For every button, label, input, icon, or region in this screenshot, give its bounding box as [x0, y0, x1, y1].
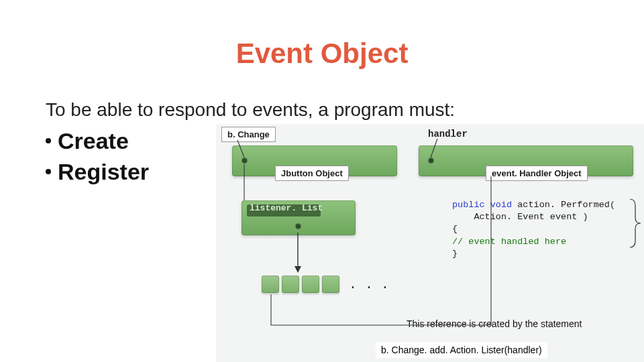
array-cell [282, 276, 299, 293]
event-handler-label-box: event. Handler Object [486, 166, 588, 181]
code-brace-open: { [452, 224, 458, 234]
socket-icon [241, 158, 248, 164]
bullet-dot-icon [46, 138, 51, 143]
bullet-dot-icon [46, 169, 51, 174]
listener-array [262, 276, 356, 296]
socket-icon [295, 223, 301, 229]
socket-icon [428, 158, 434, 164]
svg-marker-0 [294, 266, 301, 273]
jbutton-label-box: Jbutton Object [275, 166, 349, 181]
array-cell [322, 276, 339, 293]
code-block: public void action. Performed( Action. E… [452, 199, 615, 260]
code-brace-close: } [452, 249, 458, 259]
ellipsis: . . . [349, 277, 389, 292]
slide: Event Object To be able to respond to ev… [0, 0, 644, 362]
listener-list-label: listener. List [250, 203, 323, 213]
array-cell [302, 276, 319, 293]
event-diagram: b. Change handler Jbutton Object event. … [216, 124, 644, 362]
bullet-label: Create [58, 128, 129, 154]
bullet-list: Create Register [46, 126, 149, 188]
page-title: Event Object [0, 38, 644, 70]
bchange-label-box: b. Change [221, 127, 276, 142]
code-arg: Action. Event event ) [452, 212, 588, 222]
code-keyword: public void [452, 200, 512, 210]
footer-statement: b. Change. add. Action. Lister(handler) [376, 342, 547, 358]
array-cell [262, 276, 279, 293]
bullet-label: Register [58, 159, 149, 184]
code-method: action. Performed( [512, 200, 615, 210]
bullet-register: Register [46, 157, 149, 188]
handler-label: handler [428, 129, 468, 139]
reference-text: This reference is created by the stateme… [407, 318, 582, 329]
bullet-create: Create [46, 126, 149, 157]
code-comment: // event handled here [452, 237, 566, 247]
intro-text: To be able to respond to events, a progr… [46, 99, 455, 121]
